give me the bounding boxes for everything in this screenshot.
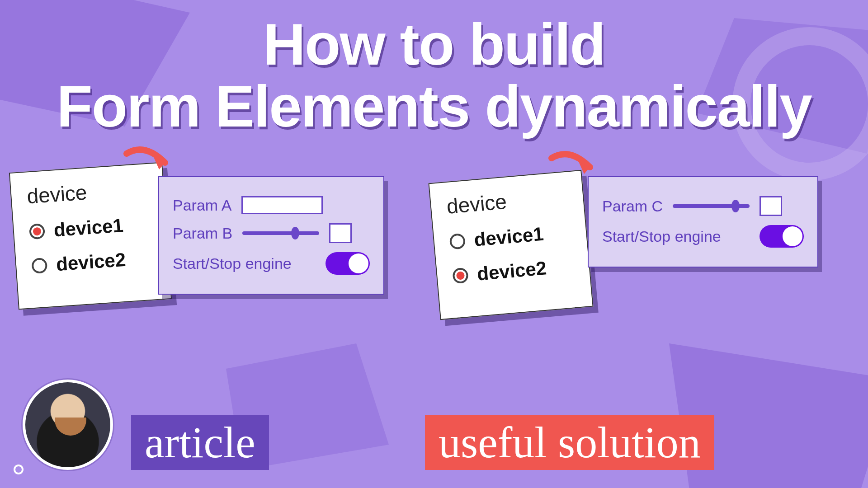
param-c-label: Param C [602,197,663,215]
radio-option-device2[interactable]: device2 [31,247,154,277]
device-card-2: device device1 device2 [428,170,593,320]
param-b-slider[interactable] [242,231,319,235]
radio-icon [449,233,466,250]
engine-toggle[interactable] [760,225,804,248]
radio-label: device2 [56,249,127,276]
title-line-1: How to build [27,14,841,75]
title-line-2: Form Elements dynamically [27,75,841,137]
author-avatar [23,380,113,470]
engine-toggle[interactable] [326,252,370,275]
radio-icon [29,223,45,239]
engine-toggle-label: Start/Stop engine [602,228,721,245]
decorative-dot-icon [14,465,24,474]
device-card-1: device device1 device2 [9,162,172,310]
param-c-row: Param C [602,196,804,216]
radio-option-device1[interactable]: device1 [449,221,571,253]
card-title: device [446,184,569,219]
radio-icon [31,258,47,274]
param-b-label: Param B [173,225,232,242]
useful-solution-tag: useful solution [425,415,714,470]
param-a-label: Param A [173,197,231,214]
engine-toggle-row: Start/Stop engine [173,252,370,275]
engine-toggle-row: Start/Stop engine [602,225,804,248]
radio-label: device1 [473,223,545,251]
radio-icon [452,267,469,284]
params-panel-2: Param C Start/Stop engine [588,176,818,267]
radio-option-device1[interactable]: device1 [28,213,151,243]
radio-label: device2 [476,257,547,285]
param-c-value-input[interactable] [760,196,782,216]
page-title: How to build Form Elements dynamically [27,14,841,137]
radio-option-device2[interactable]: device2 [452,255,574,287]
article-tag: article [131,415,269,470]
param-a-input[interactable] [241,196,323,214]
engine-toggle-label: Start/Stop engine [173,255,292,272]
arrow-icon [122,145,176,181]
params-panel-1: Param A Param B Start/Stop engine [158,176,384,295]
param-b-value-input[interactable] [329,223,352,243]
param-c-slider[interactable] [673,204,750,208]
param-a-row: Param A [173,196,370,214]
param-b-row: Param B [173,223,370,243]
radio-label: device1 [53,215,124,241]
arrow-icon [547,149,601,185]
